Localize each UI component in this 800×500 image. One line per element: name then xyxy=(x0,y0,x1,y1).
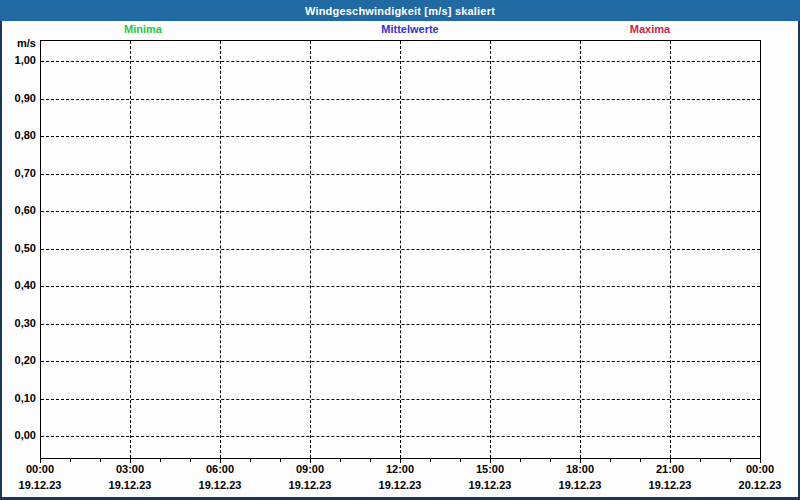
legend-mittelwerte: Mittelwerte xyxy=(350,23,470,35)
y-tick-label: 0,30 xyxy=(0,317,36,330)
x-minor-tick xyxy=(160,458,161,462)
y-tick-label: 0,00 xyxy=(0,429,36,442)
x-date-label: 19.12.23 xyxy=(445,479,535,492)
x-minor-tick xyxy=(730,458,731,462)
x-time-label: 18:00 xyxy=(535,463,625,476)
y-tick-label: 1,00 xyxy=(0,54,36,67)
y-tick-label: 0,40 xyxy=(0,279,36,292)
x-time-label: 15:00 xyxy=(445,463,535,476)
legend-minima: Minima xyxy=(83,23,203,35)
x-time-label: 03:00 xyxy=(85,463,175,476)
x-gridline xyxy=(580,41,581,458)
x-date-label: 19.12.23 xyxy=(175,479,265,492)
x-minor-tick xyxy=(550,458,551,462)
x-gridline xyxy=(400,41,401,458)
x-time-label: 00:00 xyxy=(715,463,800,476)
x-time-label: 21:00 xyxy=(625,463,715,476)
x-gridline xyxy=(220,41,221,458)
x-minor-tick xyxy=(250,458,251,462)
x-gridline xyxy=(490,41,491,458)
x-minor-tick xyxy=(460,458,461,462)
title-bar: Windgeschwindigkeit [m/s] skaliert xyxy=(0,0,800,21)
x-date-label: 19.12.23 xyxy=(85,479,175,492)
y-tick-label: 0,70 xyxy=(0,167,36,180)
y-tick-label: 0,90 xyxy=(0,92,36,105)
y-tick-label: 0,10 xyxy=(0,392,36,405)
x-minor-tick xyxy=(370,458,371,462)
x-date-label: 19.12.23 xyxy=(265,479,355,492)
x-minor-tick xyxy=(280,458,281,462)
x-date-label: 19.12.23 xyxy=(355,479,445,492)
chart-window: Windgeschwindigkeit [m/s] skaliert Minim… xyxy=(0,0,800,500)
x-minor-tick xyxy=(70,458,71,462)
x-time-label: 00:00 xyxy=(0,463,85,476)
x-time-label: 12:00 xyxy=(355,463,445,476)
y-tick-label: 0,60 xyxy=(0,204,36,217)
x-time-label: 09:00 xyxy=(265,463,355,476)
x-minor-tick xyxy=(190,458,191,462)
x-minor-tick xyxy=(640,458,641,462)
x-minor-tick xyxy=(340,458,341,462)
x-date-label: 19.12.23 xyxy=(0,479,85,492)
x-date-label: 20.12.23 xyxy=(715,479,800,492)
x-minor-tick xyxy=(430,458,431,462)
x-minor-tick xyxy=(610,458,611,462)
y-tick-label: 0,50 xyxy=(0,242,36,255)
x-date-label: 19.12.23 xyxy=(625,479,715,492)
y-tick-label: 0,20 xyxy=(0,354,36,367)
x-gridline xyxy=(130,41,131,458)
x-time-label: 06:00 xyxy=(175,463,265,476)
x-date-label: 19.12.23 xyxy=(535,479,625,492)
x-gridline xyxy=(670,41,671,458)
legend-maxima: Maxima xyxy=(590,23,710,35)
y-axis-unit-label: m/s xyxy=(0,37,36,50)
x-minor-tick xyxy=(520,458,521,462)
y-tick-label: 0,80 xyxy=(0,129,36,142)
window-title: Windgeschwindigkeit [m/s] skaliert xyxy=(305,5,495,17)
x-minor-tick xyxy=(700,458,701,462)
x-minor-tick xyxy=(100,458,101,462)
x-gridline xyxy=(310,41,311,458)
